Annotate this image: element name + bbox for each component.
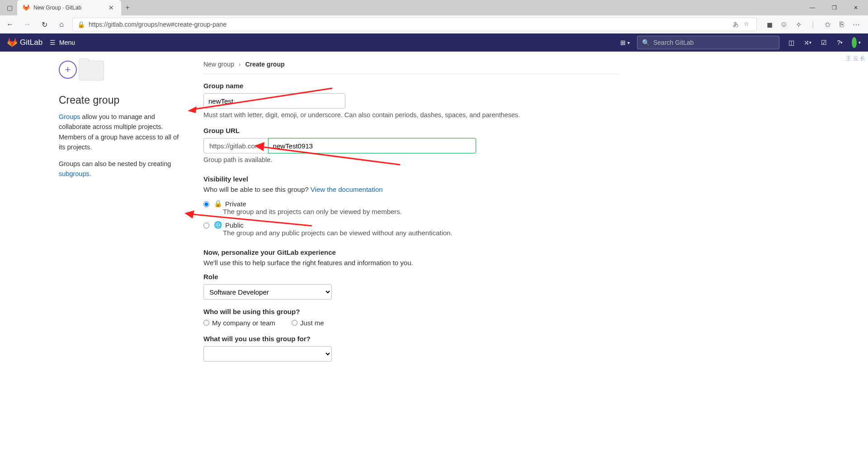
purpose-field: What will you use this group for? <box>203 335 619 362</box>
sidebar-desc-1: Groups allow you to manage and collabora… <box>59 112 185 152</box>
window-controls: — ❐ ✕ <box>802 0 866 15</box>
visibility-docs-link[interactable]: View the documentation <box>311 186 383 193</box>
breadcrumb: New group › Create group <box>203 61 619 74</box>
tab-bar: ▢ New Group · GitLab ✕ + — ❐ ✕ <box>0 0 868 15</box>
url-text: https://gitlab.com/groups/new#create-gro… <box>89 21 729 28</box>
tab-close-icon[interactable]: ✕ <box>107 3 116 12</box>
refresh-button[interactable]: ↻ <box>38 18 51 31</box>
search-input[interactable] <box>653 39 774 46</box>
sidebar: + Create group Groups allow you to manag… <box>59 61 185 458</box>
gitlab-brand-text: GitLab <box>20 38 42 47</box>
visibility-label: Visibility level <box>203 175 619 183</box>
sidebar-title: Create group <box>59 94 185 106</box>
browser-chrome: ▢ New Group · GitLab ✕ + — ❐ ✕ ← → ↻ ⌂ 🔒… <box>0 0 868 33</box>
favorites-icon[interactable]: ✩ <box>823 20 832 29</box>
chevron-down-icon: ▾ <box>627 40 630 45</box>
todos-icon[interactable]: ☑ <box>819 39 828 46</box>
extensions-icon[interactable]: ✧ <box>794 20 803 29</box>
visibility-public-label: Public <box>225 221 244 229</box>
close-window-button[interactable]: ✕ <box>845 0 866 15</box>
gitlab-logo-icon <box>7 38 17 48</box>
url-box[interactable]: 🔒 https://gitlab.com/groups/new#create-g… <box>72 18 757 31</box>
folder-icon <box>79 61 104 81</box>
breadcrumb-separator: › <box>239 61 241 68</box>
gitlab-header: GitLab ☰ Menu ⊞ ▾ 🔍 ◫ ⤭ ▾ ☑ ? ▾ ▾ <box>0 33 868 52</box>
tab-actions-icon[interactable]: ▢ <box>2 0 17 15</box>
merge-requests-icon[interactable]: ⤭ ▾ <box>803 39 812 46</box>
maximize-button[interactable]: ❐ <box>824 0 844 15</box>
forward-button: → <box>21 18 33 31</box>
globe-icon: 🌐 <box>214 221 222 229</box>
visibility-public-row: 🌐 Public The group and any public projec… <box>203 221 619 237</box>
group-name-field: Group name Must start with letter, digit… <box>203 82 619 119</box>
group-url-status: Group path is available. <box>203 156 619 163</box>
group-name-input[interactable] <box>203 93 345 109</box>
visibility-private-row: 🔒 Private The group and its projects can… <box>203 200 619 215</box>
create-new-button[interactable]: ⊞ ▾ <box>620 39 630 46</box>
sidebar-desc-2: Groups can also be nested by creating su… <box>59 159 185 179</box>
address-bar: ← → ↻ ⌂ 🔒 https://gitlab.com/groups/new#… <box>0 15 868 33</box>
issues-icon[interactable]: ◫ <box>787 39 796 46</box>
tab-title: New Group · GitLab <box>33 5 103 11</box>
lock-icon: 🔒 <box>77 21 85 28</box>
visibility-private-radio[interactable] <box>203 201 209 207</box>
back-button[interactable]: ← <box>4 18 16 31</box>
hamburger-icon: ☰ <box>50 39 56 46</box>
group-url-prefix: https://gitlab.com/ <box>203 138 269 153</box>
new-tab-button[interactable]: + <box>121 1 134 14</box>
favorite-icon[interactable]: ☆ <box>744 20 752 29</box>
svg-marker-1 <box>188 106 197 113</box>
purpose-select[interactable] <box>203 346 332 362</box>
collections-icon[interactable]: ⎘ <box>837 20 846 29</box>
translate-icon[interactable]: あ <box>733 20 741 29</box>
visibility-help: Who will be able to see this group? View… <box>203 186 619 193</box>
search-icon: 🔍 <box>642 39 650 46</box>
who-label: Who will be using this group? <box>203 308 619 315</box>
home-button[interactable]: ⌂ <box>55 18 68 31</box>
personalize-sub: We'll use this to help surface the right… <box>203 259 619 267</box>
visibility-private-desc: The group and its projects can only be v… <box>223 208 402 215</box>
groups-link[interactable]: Groups <box>59 113 80 120</box>
avatar <box>852 37 857 48</box>
role-select[interactable]: Software Developer <box>203 284 332 300</box>
menu-label: Menu <box>59 39 75 46</box>
who-option-company[interactable]: My company or team <box>203 319 275 327</box>
menu-button[interactable]: ☰ Menu <box>50 39 75 46</box>
side-badge: 王 云 长 <box>846 55 865 62</box>
page-content: + Create group Groups allow you to manag… <box>0 52 868 467</box>
role-label: Role <box>203 273 619 281</box>
add-circle-icon: + <box>59 61 77 79</box>
breadcrumb-parent[interactable]: New group <box>203 61 234 68</box>
minimize-button[interactable]: — <box>802 0 823 15</box>
svg-marker-5 <box>184 210 194 219</box>
search-box[interactable]: 🔍 <box>637 36 779 49</box>
ext-icon-2[interactable]: ☺ <box>779 20 788 29</box>
main-form: New group › Create group Group name Must… <box>203 61 619 458</box>
who-option-justme[interactable]: Just me <box>292 319 324 327</box>
lock-icon: 🔒 <box>214 200 222 208</box>
visibility-public-radio[interactable] <box>203 223 209 229</box>
group-url-input[interactable] <box>268 138 476 153</box>
divider: | <box>808 20 817 29</box>
group-name-label: Group name <box>203 82 619 90</box>
who-field: Who will be using this group? My company… <box>203 308 619 327</box>
group-name-help: Must start with letter, digit, emoji, or… <box>203 111 619 119</box>
role-field: Role Software Developer <box>203 273 619 300</box>
visibility-public-desc: The group and any public projects can be… <box>223 229 453 237</box>
more-icon[interactable]: ⋯ <box>852 20 861 29</box>
breadcrumb-current: Create group <box>245 61 284 68</box>
personalize-title: Now, personalize your GitLab experience <box>203 248 619 256</box>
gitlab-favicon-icon <box>23 4 30 11</box>
group-url-field: Group URL https://gitlab.com/ Group path… <box>203 127 619 163</box>
subgroups-link[interactable]: subgroups <box>59 170 90 177</box>
purpose-label: What will you use this group for? <box>203 335 619 343</box>
user-menu[interactable]: ▾ <box>852 37 861 48</box>
browser-tab[interactable]: New Group · GitLab ✕ <box>17 0 121 15</box>
group-url-label: Group URL <box>203 127 619 134</box>
extension-icons: ◼ ☺ ✧ | ✩ ⎘ ⋯ <box>761 20 864 29</box>
help-icon[interactable]: ? ▾ <box>835 39 844 46</box>
plus-box-icon: ⊞ <box>620 39 626 46</box>
visibility-private-label: Private <box>225 200 246 208</box>
ext-icon-1[interactable]: ◼ <box>765 20 774 29</box>
gitlab-logo[interactable]: GitLab <box>7 38 42 48</box>
